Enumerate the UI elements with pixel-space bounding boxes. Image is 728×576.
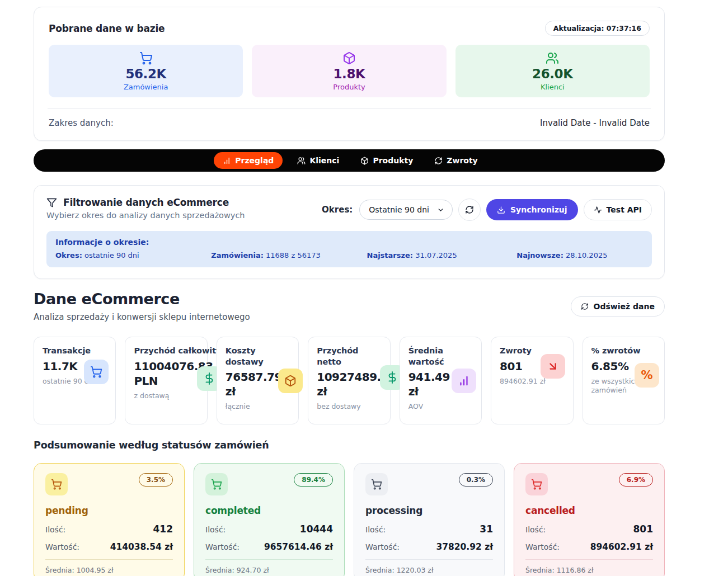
tab-zwroty[interactable]: Zwroty xyxy=(428,152,484,169)
status-card-processing: 0.3% processing Ilość:31 Wartość:37820.9… xyxy=(354,463,505,576)
bar-chart-icon xyxy=(223,157,231,165)
refresh-icon xyxy=(465,205,474,214)
kpi-transakcje: Transakcje 11.7K ostatnie 90 dni xyxy=(34,337,116,424)
kpi-zwroty: Zwroty 801 894602.91 zł xyxy=(491,337,573,424)
cart-icon xyxy=(205,473,228,495)
synchronize-button[interactable]: Synchronizuj xyxy=(486,199,578,220)
status-card-completed: 89.4% completed Ilość:10444 Wartość:9657… xyxy=(194,463,345,576)
cart-icon xyxy=(525,473,548,495)
kpi-value: 10927489.04 zł xyxy=(317,370,385,399)
refresh-data-label: Odśwież dane xyxy=(594,302,655,311)
cart-icon xyxy=(84,360,109,384)
dashboard-page: Pobrane dane w bazie Aktualizacja: 07:37… xyxy=(0,0,728,576)
update-time-badge: Aktualizacja: 07:37:16 xyxy=(545,21,650,36)
filter-title: Filtrowanie danych eCommerce xyxy=(63,197,229,208)
tab-produkty[interactable]: Produkty xyxy=(354,152,420,169)
period-info-box: Informacje o okresie: Okres: ostatnie 90… xyxy=(46,231,652,267)
orders-label: Zamówienia xyxy=(124,83,168,91)
customers-stat-box: 26.0K Klienci xyxy=(455,45,650,97)
status-name: completed xyxy=(205,505,333,516)
status-average: Średnia: 1116.86 zł xyxy=(525,566,653,574)
arrow-down-right-icon xyxy=(541,354,565,379)
percent-badge: 3.5% xyxy=(139,473,173,487)
package-icon xyxy=(342,51,356,65)
kpi-label: % zwrotów xyxy=(591,346,660,357)
package-icon xyxy=(360,157,369,165)
users-icon xyxy=(546,51,559,65)
kpi-label: Przychód całkowity xyxy=(134,346,202,357)
tab-klienci[interactable]: Klienci xyxy=(290,152,346,169)
tab-przeglad[interactable]: Przegląd xyxy=(214,152,283,169)
refresh-icon xyxy=(581,303,589,310)
data-range-value: Invalid Date - Invalid Date xyxy=(540,118,650,128)
status-count: 801 xyxy=(633,523,654,535)
refresh-data-button[interactable]: Odśwież dane xyxy=(571,296,665,317)
status-average: Średnia: 1004.95 zł xyxy=(45,566,173,574)
kpi-label: Średnia wartość xyxy=(408,346,477,367)
okres-select-value: Ostatnie 90 dni xyxy=(369,205,429,214)
tab-przeglad-label: Przegląd xyxy=(235,156,274,165)
kpi-sub: bez dostawy xyxy=(317,402,385,412)
kpi-label: Koszty dostawy xyxy=(226,346,294,367)
status-average: Średnia: 924.70 zł xyxy=(205,566,333,574)
customers-count: 26.0K xyxy=(532,67,573,81)
refresh-button[interactable] xyxy=(458,199,481,221)
kpi-procent-zwrotow: % zwrotów 6.85% ze wszystkich zamówień % xyxy=(583,337,665,424)
status-section-title: Podsumowanie według statusów zamówień xyxy=(34,440,665,451)
kpi-srednia-wartosc: Średnia wartość 941.49 zł AOV xyxy=(400,337,482,424)
kpi-sub: AOV xyxy=(408,402,477,412)
filter-icon xyxy=(46,197,57,208)
tab-klienci-label: Klienci xyxy=(309,156,339,165)
okres-label: Okres: xyxy=(322,205,353,215)
status-value: 414038.54 zł xyxy=(110,542,173,552)
database-card-title: Pobrane dane w bazie xyxy=(49,23,165,34)
period-info-title: Informacje o okresie: xyxy=(55,238,643,247)
orders-stat-box: 56.2K Zamówienia xyxy=(49,45,243,97)
status-count: 10444 xyxy=(300,523,333,535)
kpi-koszty-dostawy: Koszty dostawy 76587.79 zł łącznie xyxy=(217,337,299,424)
period-info-najstarsze: Najstarsze: 31.07.2025 xyxy=(367,251,517,259)
status-average: Średnia: 1220.03 zł xyxy=(365,566,493,574)
status-count: 412 xyxy=(153,523,173,535)
status-value: 894602.91 zł xyxy=(590,542,653,552)
kpi-przychod-netto: Przychód netto 10927489.04 zł bez dostaw… xyxy=(308,337,390,424)
download-icon xyxy=(497,206,505,214)
status-name: cancelled xyxy=(525,505,653,516)
refresh-icon xyxy=(434,157,443,165)
value-label: Wartość: xyxy=(365,542,400,551)
status-name: processing xyxy=(365,505,493,516)
okres-select[interactable]: Ostatnie 90 dni xyxy=(359,200,453,220)
cart-icon xyxy=(139,51,153,65)
synchronize-label: Synchronizuj xyxy=(510,205,567,214)
count-label: Ilość: xyxy=(45,525,65,534)
count-label: Ilość: xyxy=(205,525,226,534)
package-icon xyxy=(278,369,303,393)
database-summary-card: Pobrane dane w bazie Aktualizacja: 07:37… xyxy=(34,7,665,141)
data-range-label: Zakres danych: xyxy=(49,118,114,128)
kpi-sub: łącznie xyxy=(226,402,294,412)
status-cards-row: 3.5% pending Ilość:412 Wartość:414038.54… xyxy=(34,463,665,576)
percent-badge: 89.4% xyxy=(294,473,333,487)
cart-icon xyxy=(45,473,68,495)
kpi-cards-row: Transakcje 11.7K ostatnie 90 dni Przychó… xyxy=(34,337,665,424)
value-label: Wartość: xyxy=(205,542,239,551)
divider xyxy=(45,559,173,560)
bar-chart-icon xyxy=(452,369,476,393)
kpi-przychod-calkowity: Przychód całkowity 11004076.83 PLN z dos… xyxy=(125,337,207,424)
main-tab-bar: Przegląd Klienci Produkty Zwroty xyxy=(34,149,665,172)
status-count: 31 xyxy=(480,523,493,535)
tab-produkty-label: Produkty xyxy=(373,156,413,165)
percent-badge: 6.9% xyxy=(619,473,653,487)
test-api-button[interactable]: Test API xyxy=(584,199,652,220)
filter-card: Filtrowanie danych eCommerce Wybierz okr… xyxy=(34,185,665,279)
kpi-label: Przychód netto xyxy=(317,346,385,367)
divider xyxy=(365,559,493,560)
period-info-najnowsze: Najnowsze: 28.10.2025 xyxy=(516,251,643,259)
tab-zwroty-label: Zwroty xyxy=(447,156,477,165)
cart-icon xyxy=(365,473,388,495)
page-title: Dane eCommerce xyxy=(34,290,250,308)
kpi-label: Transakcje xyxy=(43,346,111,357)
status-value: 37820.92 zł xyxy=(436,542,493,552)
filter-subtitle: Wybierz okres do analizy danych sprzedaż… xyxy=(46,211,245,220)
products-count: 1.8K xyxy=(334,67,365,81)
